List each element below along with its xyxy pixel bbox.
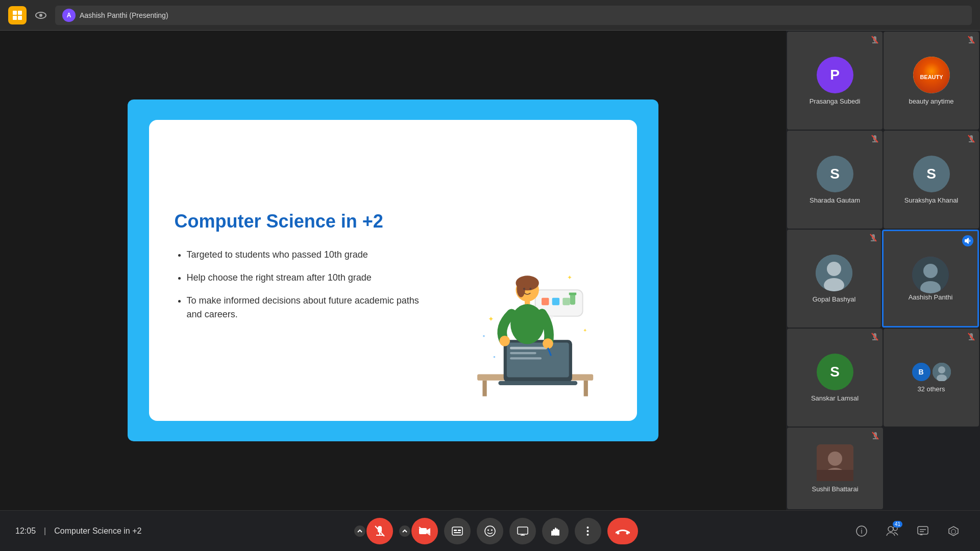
slide-title: Computer Science in +2 — [175, 210, 423, 232]
participant-tile-surakshya[interactable]: S Surakshya Khanal — [884, 131, 979, 229]
participants-bottom: Sushil Bhattarai — [787, 428, 979, 509]
main-content: Computer Science in +2 Targeted to stude… — [0, 31, 980, 510]
raise-hand-button[interactable] — [542, 518, 569, 544]
avatar-sanskar: S — [817, 354, 853, 390]
svg-point-110 — [626, 532, 628, 534]
name-sanskar: Sanskar Lamsal — [807, 394, 863, 402]
bottom-bar: 12:05 | Computer Science in +2 — [0, 510, 980, 551]
participant-tile-sushil[interactable]: Sushil Bhattarai — [787, 428, 883, 509]
speaker-indicator-aashish — [962, 235, 973, 246]
mic-button[interactable] — [366, 518, 393, 544]
participant-tile-beauty[interactable]: BEAUTY beauty anytime — [884, 32, 979, 130]
slide-bullet-2: Help choose the right stream after 10th … — [187, 271, 423, 285]
bottom-left: 12:05 | Computer Science in +2 — [15, 527, 141, 536]
slide-wrapper: Computer Science in +2 Targeted to stude… — [128, 99, 658, 441]
svg-marker-119 — [951, 529, 955, 534]
svg-text:●: ● — [493, 355, 496, 359]
svg-point-109 — [617, 532, 619, 534]
participants-row-1: P Prasanga Subedi — [787, 32, 979, 130]
people-count-badge: 41 — [893, 521, 902, 528]
svg-point-29 — [500, 336, 510, 346]
present-button[interactable] — [509, 518, 536, 544]
svg-rect-0 — [13, 11, 17, 15]
svg-rect-17 — [542, 298, 549, 305]
people-button[interactable]: 41 — [881, 520, 903, 542]
svg-rect-11 — [510, 347, 547, 349]
presenter-avatar-small: A — [62, 9, 76, 22]
slide-illustration: ✦ ✦ ✦ ● ● — [443, 237, 606, 400]
svg-rect-92 — [454, 530, 457, 531]
svg-rect-101 — [553, 529, 555, 536]
chevron-up-mic[interactable] — [354, 525, 365, 537]
participant-tile-sharada[interactable]: S Sharada Gautam — [787, 131, 883, 229]
svg-rect-8 — [584, 381, 588, 396]
svg-point-96 — [487, 529, 489, 531]
mute-icon-sharada — [871, 135, 878, 144]
cam-button[interactable] — [411, 518, 438, 544]
participant-tile-prasanga[interactable]: P Prasanga Subedi — [787, 32, 883, 130]
participant-tile-aashish[interactable]: Aashish Panthi — [882, 230, 979, 328]
svg-rect-1 — [18, 11, 22, 15]
more-options-button[interactable] — [575, 518, 601, 544]
participants-row-3: Gopal Bashyal — [787, 230, 979, 328]
svg-rect-18 — [552, 298, 559, 305]
info-button[interactable]: i — [850, 520, 873, 542]
mute-icon-surakshya — [968, 135, 975, 144]
others-avatars: B — [912, 363, 951, 381]
svg-rect-13 — [510, 357, 542, 359]
svg-rect-3 — [18, 16, 22, 20]
participant-tile-gopal[interactable]: Gopal Bashyal — [787, 230, 881, 328]
svg-text:✦: ✦ — [583, 328, 587, 333]
slide-text-section: Computer Science in +2 Targeted to stude… — [175, 210, 423, 330]
svg-rect-104 — [558, 530, 559, 536]
mute-icon-prasanga — [871, 36, 878, 45]
avatar-gopal — [816, 255, 852, 291]
svg-point-106 — [587, 527, 589, 529]
svg-rect-7 — [483, 381, 487, 396]
name-sharada: Sharada Gautam — [805, 196, 864, 204]
svg-point-25 — [523, 288, 525, 290]
mic-group — [354, 518, 393, 544]
svg-text:i: i — [861, 527, 862, 535]
svg-point-82 — [828, 452, 842, 466]
name-others: 32 others — [913, 385, 949, 393]
mute-icon-others — [968, 333, 975, 342]
slide-content: Computer Science in +2 Targeted to stude… — [149, 120, 638, 421]
bottom-right-controls: i 41 — [850, 520, 965, 542]
meeting-time: 12:05 — [15, 527, 36, 536]
mute-icon-beauty — [968, 36, 975, 45]
participant-tile-others[interactable]: B 32 others — [884, 329, 979, 427]
svg-point-107 — [587, 530, 589, 532]
participants-panel: P Prasanga Subedi — [786, 31, 980, 510]
activities-button[interactable] — [942, 520, 965, 542]
emoji-button[interactable] — [477, 518, 503, 544]
name-prasanga: Prasanga Subedi — [805, 97, 865, 105]
svg-rect-2 — [13, 16, 17, 20]
mute-icon-sanskar — [871, 333, 878, 342]
svg-rect-21 — [569, 292, 576, 295]
svg-rect-84 — [817, 470, 853, 481]
avatar-sharada: S — [817, 156, 853, 192]
name-aashish: Aashish Panthi — [904, 293, 957, 301]
cam-group — [399, 518, 438, 544]
participants-row-4: S Sanskar Lamsal B 32 others — [787, 329, 979, 427]
eye-icon[interactable] — [33, 7, 49, 23]
svg-text:BEAUTY: BEAUTY — [920, 74, 943, 80]
avatar-aashish — [912, 257, 949, 293]
svg-rect-14 — [499, 381, 578, 385]
participant-tile-sanskar[interactable]: S Sanskar Lamsal — [787, 329, 883, 427]
captions-button[interactable] — [444, 518, 471, 544]
svg-point-64 — [923, 264, 938, 278]
hangup-button[interactable] — [607, 518, 638, 544]
svg-point-113 — [888, 527, 893, 532]
svg-point-26 — [530, 288, 532, 290]
svg-text:✦: ✦ — [488, 315, 494, 323]
svg-point-95 — [485, 526, 495, 536]
avatar-beauty: BEAUTY — [913, 57, 950, 93]
chevron-up-cam[interactable] — [399, 525, 410, 537]
slide-bullet-1: Targeted to students who passed 10th gra… — [187, 248, 423, 262]
svg-rect-62 — [965, 239, 967, 242]
chat-button[interactable] — [912, 520, 934, 542]
svg-rect-98 — [518, 527, 528, 534]
slide-image-section: ✦ ✦ ✦ ● ● — [438, 140, 611, 400]
